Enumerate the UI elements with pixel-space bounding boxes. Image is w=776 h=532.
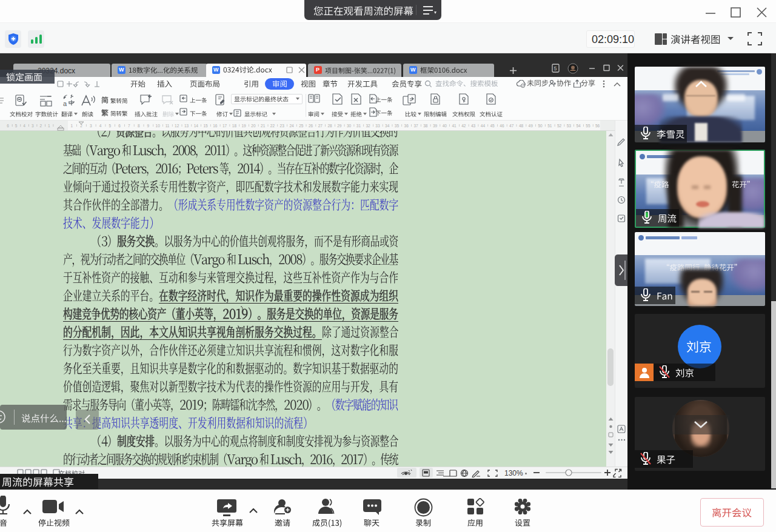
svg-text:3: 3 [32,124,34,128]
svg-text:38: 38 [423,124,428,128]
svg-text:44: 44 [481,124,486,128]
svg-text:46: 46 [500,124,504,128]
svg-text:33: 33 [375,124,380,128]
svg-text:1: 1 [48,124,50,128]
svg-text:34: 34 [385,124,390,128]
svg-text:28: 28 [327,124,332,128]
svg-text:47: 47 [509,124,514,128]
svg-text:10: 10 [156,124,161,128]
svg-text:20: 20 [251,124,256,128]
svg-text:53: 53 [567,124,572,128]
svg-text:26: 26 [309,124,313,128]
svg-text:1: 1 [70,124,73,128]
svg-text:40: 40 [443,124,447,128]
svg-text:6: 6 [118,124,121,128]
svg-text:54: 54 [576,124,581,128]
svg-text:19: 19 [241,124,246,128]
svg-text:5: 5 [109,124,111,128]
svg-text:43: 43 [471,124,476,128]
svg-text:5: 5 [554,65,557,71]
svg-text:8: 8 [138,124,140,128]
svg-text:a: a [63,100,67,107]
svg-text:49: 49 [529,124,534,128]
svg-text:24: 24 [289,124,294,128]
svg-text:51: 51 [547,124,552,128]
svg-text:21: 21 [261,124,266,128]
svg-text:12: 12 [175,124,179,128]
svg-text:55: 55 [586,124,590,128]
svg-text:27: 27 [318,124,323,128]
svg-text:2: 2 [39,124,42,128]
svg-text:15: 15 [203,124,208,128]
svg-text:3: 3 [90,124,92,128]
svg-text:6: 6 [7,124,9,128]
svg-text:23: 23 [280,124,285,128]
svg-text:35: 35 [395,124,400,128]
svg-text:52: 52 [557,124,562,128]
svg-text:7: 7 [128,124,130,128]
svg-text:48: 48 [519,124,524,128]
svg-text:16: 16 [213,124,218,128]
svg-text:29: 29 [337,124,342,128]
svg-text:14: 14 [194,124,199,128]
svg-text:37: 37 [413,124,418,128]
svg-text:32: 32 [366,124,370,128]
svg-text:4: 4 [23,124,25,128]
svg-text:4: 4 [99,124,102,128]
svg-text:9: 9 [147,124,150,128]
svg-text:5: 5 [15,124,18,128]
svg-text:39: 39 [433,124,438,128]
svg-text:31: 31 [356,124,361,128]
svg-text:30: 30 [347,124,352,128]
svg-text:36: 36 [404,124,409,128]
svg-text:13: 13 [184,124,189,128]
svg-text:25: 25 [299,124,304,128]
svg-text:22: 22 [270,124,275,128]
svg-text:41: 41 [452,124,457,128]
svg-text:18: 18 [232,124,237,128]
svg-text:17: 17 [222,124,227,128]
svg-text:42: 42 [461,124,466,128]
svg-text:45: 45 [490,124,495,128]
svg-text:50: 50 [538,124,543,128]
svg-text:56: 56 [595,124,600,128]
svg-text:11: 11 [166,124,170,128]
